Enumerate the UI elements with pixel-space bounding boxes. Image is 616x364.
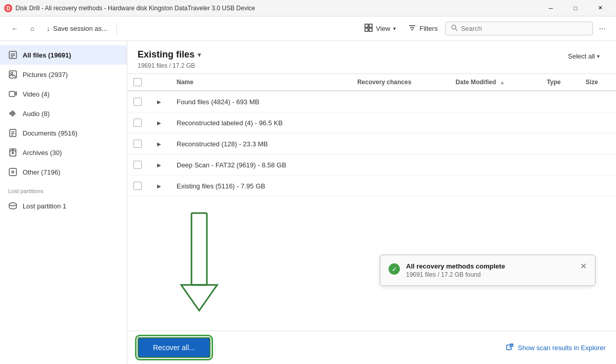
view-button[interactable]: View ▾	[359, 21, 401, 36]
row-type-cell	[541, 155, 580, 176]
titlebar-title: Disk Drill - All recovery methods - Hard…	[15, 5, 255, 12]
svg-point-26	[12, 152, 14, 154]
content-header-left: Existing files ▾ 19691 files / 17.2 GB	[138, 49, 201, 69]
title-dropdown-icon[interactable]: ▾	[198, 51, 201, 59]
recovery-chances-header[interactable]: Recovery chances	[351, 74, 450, 91]
select-all-button[interactable]: Select all ▾	[562, 49, 606, 63]
row-recovery-cell	[351, 91, 450, 112]
row-size-cell	[580, 133, 616, 155]
download-icon: ↓	[47, 25, 50, 32]
sidebar-label-archives: Archives (30)	[23, 149, 62, 157]
row-size-cell	[580, 112, 616, 133]
recover-all-button[interactable]: Recover all...	[138, 337, 210, 358]
table-row: ▶ Found files (4824) - 693 MB	[127, 91, 616, 112]
expand-icon[interactable]: ▶	[154, 160, 164, 170]
home-icon: ⌂	[30, 25, 34, 32]
view-icon	[364, 24, 373, 33]
date-modified-header[interactable]: Date Modified ▲	[450, 74, 541, 91]
pictures-icon	[8, 70, 17, 79]
svg-line-10	[455, 29, 457, 31]
row-recovery-cell	[351, 133, 450, 155]
titlebar: D Disk Drill - All recovery methods - Ha…	[0, 0, 616, 16]
table-row: ▶ Existing files (5116) - 7.95 GB	[127, 176, 616, 197]
row-checkbox-cell	[127, 176, 148, 197]
row-size-cell	[580, 176, 616, 197]
page-title: Existing files	[138, 49, 195, 60]
sidebar-label-documents: Documents (9516)	[23, 129, 78, 137]
table-row: ▶ Reconstructed labeled (4) - 96.5 KB	[127, 112, 616, 133]
expand-icon[interactable]: ▶	[154, 118, 164, 128]
row-expand-cell: ▶	[148, 133, 170, 155]
search-input[interactable]	[461, 25, 587, 32]
all-files-icon	[8, 50, 17, 60]
other-icon	[8, 167, 17, 177]
content-subtitle: 19691 files / 17.2 GB	[138, 62, 201, 69]
sidebar-item-other[interactable]: Other (7196)	[0, 162, 127, 182]
row-name-cell: Reconstructed labeled (4) - 96.5 KB	[170, 112, 351, 133]
row-date-cell	[450, 112, 541, 133]
sidebar-label-pictures: Pictures (2937)	[23, 71, 68, 79]
row-checkbox-cell	[127, 112, 148, 133]
sidebar-item-audio[interactable]: Audio (8)	[0, 104, 127, 123]
back-button[interactable]: ←	[6, 22, 23, 35]
table-row: ▶ Reconstructed (128) - 23.3 MB	[127, 133, 616, 155]
close-button[interactable]: ✕	[588, 0, 612, 16]
table-row: ▶ Deep Scan - FAT32 (9619) - 8.58 GB	[127, 155, 616, 176]
titlebar-left: D Disk Drill - All recovery methods - Ha…	[4, 4, 255, 12]
sidebar-item-lost-partition-1[interactable]: Lost partition 1	[0, 196, 127, 216]
row-checkbox[interactable]	[133, 182, 142, 190]
row-date-cell	[450, 155, 541, 176]
file-table-container: Name Recovery chances Date Modified ▲ Ty…	[127, 74, 616, 331]
content-title-row: Existing files ▾	[138, 49, 201, 60]
row-checkbox[interactable]	[133, 98, 142, 106]
row-type-cell	[541, 176, 580, 197]
row-type-cell	[541, 91, 580, 112]
sidebar-item-video[interactable]: Video (4)	[0, 84, 127, 104]
expand-icon[interactable]: ▶	[154, 139, 164, 149]
search-box[interactable]	[445, 22, 593, 35]
save-session-button[interactable]: ↓ Save session as...	[42, 22, 112, 35]
select-all-chevron-icon: ▾	[597, 53, 600, 59]
expand-icon[interactable]: ▶	[154, 181, 164, 191]
content-footer: Recover all... Show scan results in Expl…	[127, 331, 616, 364]
toolbar: ← ⌂ ↓ Save session as... View ▾ Filters …	[0, 16, 616, 41]
select-all-checkbox[interactable]	[133, 78, 142, 86]
sidebar-label-other: Other (7196)	[23, 168, 61, 176]
svg-rect-17	[9, 91, 15, 97]
filters-button[interactable]: Filters	[403, 21, 442, 36]
sidebar-item-documents[interactable]: Documents (9516)	[0, 123, 127, 143]
svg-rect-4	[365, 28, 368, 31]
svg-text:D: D	[6, 6, 10, 11]
svg-rect-27	[9, 168, 16, 176]
lost-partition-icon	[8, 201, 17, 210]
sidebar-item-pictures[interactable]: Pictures (2937)	[0, 65, 127, 84]
notification-content: All recovery methods complete 19691 file…	[406, 262, 574, 278]
more-options-button[interactable]: ···	[595, 21, 610, 36]
row-checkbox-cell	[127, 91, 148, 112]
lost-partitions-label: Lost partitions	[0, 182, 127, 196]
svg-rect-2	[365, 24, 368, 27]
row-checkbox[interactable]	[133, 119, 142, 127]
row-size-cell	[580, 91, 616, 112]
sidebar-item-all-files[interactable]: All files (19691)	[0, 45, 127, 65]
row-name-cell: Deep Scan - FAT32 (9619) - 8.58 GB	[170, 155, 351, 176]
sidebar-label-lost-partition-1: Lost partition 1	[23, 202, 66, 210]
home-button[interactable]: ⌂	[25, 22, 40, 35]
notification-title: All recovery methods complete	[406, 262, 574, 270]
maximize-button[interactable]: □	[564, 0, 587, 16]
row-date-cell	[450, 91, 541, 112]
name-header[interactable]: Name	[170, 74, 351, 91]
type-header[interactable]: Type	[541, 74, 580, 91]
main-layout: All files (19691) Pictures (2937) Video …	[0, 41, 616, 364]
size-header[interactable]: Size	[580, 74, 616, 91]
row-checkbox[interactable]	[133, 161, 142, 169]
svg-point-9	[452, 25, 456, 29]
audio-icon	[8, 109, 17, 118]
expand-icon[interactable]: ▶	[154, 97, 164, 107]
row-checkbox[interactable]	[133, 140, 142, 148]
row-size-cell	[580, 155, 616, 176]
show-explorer-button[interactable]: Show scan results in Explorer	[506, 343, 606, 353]
minimize-button[interactable]: ─	[539, 0, 563, 16]
notification-close-button[interactable]: ✕	[580, 262, 587, 271]
sidebar-item-archives[interactable]: Archives (30)	[0, 143, 127, 162]
